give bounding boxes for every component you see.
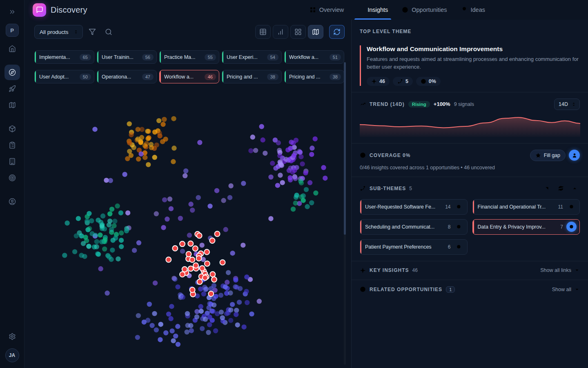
sidebar-item-discovery[interactable] (4, 65, 20, 80)
chip-color-bar (222, 70, 223, 83)
related-opportunities-label: RELATED OPPORTUNITIES (370, 287, 442, 292)
assign-agent-button[interactable] (569, 150, 580, 161)
chip-label: Pricing and ... (289, 74, 330, 80)
theme-chip[interactable]: Pricing and ...38 (284, 70, 344, 83)
subtheme-card[interactable]: Data Entry & Privacy Improv...7 (472, 219, 580, 235)
refresh-icon (333, 28, 341, 36)
zoom-in-icon[interactable] (566, 222, 577, 232)
subtheme-color-bar (473, 200, 474, 214)
target-icon (9, 174, 16, 182)
refresh-button[interactable] (329, 25, 345, 39)
sidebar-item-goals[interactable] (4, 170, 20, 186)
chevron-down-icon (574, 287, 580, 292)
theme-chip[interactable]: Pricing and ...38 (222, 70, 282, 83)
related-opportunities-count: 1 (446, 286, 455, 293)
clipboard-icon (9, 141, 16, 149)
zoom-in-icon[interactable] (454, 222, 464, 232)
zoom-in-icon[interactable] (454, 242, 464, 252)
view-chart-button[interactable] (273, 25, 288, 39)
theme-chip[interactable]: Workflow a...46 (159, 70, 219, 83)
chip-count: 65 (80, 54, 91, 61)
zoom-in-icon[interactable] (454, 202, 464, 212)
subtheme-card[interactable]: Scheduling and Communicat...8 (360, 219, 468, 235)
divider (352, 280, 588, 280)
bar-chart-icon (277, 28, 284, 36)
theme-chip-list: Implementa...65User Trainin...56Practice… (34, 50, 345, 83)
filter-icon (89, 28, 96, 36)
chip-color-bar (222, 51, 223, 63)
tab-insights[interactable]: Insights (357, 0, 389, 20)
scrollbar-thumb[interactable] (344, 62, 346, 235)
fill-gap-button[interactable]: Fill gap (530, 150, 566, 161)
sidebar-item-home[interactable] (4, 41, 20, 56)
sidebar-item-roadmap[interactable] (4, 97, 20, 113)
show-all-links-button[interactable]: Show all links (540, 267, 580, 273)
app-logo[interactable] (33, 3, 46, 17)
tab-overview[interactable]: Overview (309, 0, 345, 20)
chip-count: 51 (330, 54, 341, 61)
expand-subthemes-button[interactable] (541, 183, 552, 194)
theme-chip[interactable]: User Adopt...50 (34, 70, 94, 83)
chip-color-bar (160, 51, 161, 63)
chip-color-bar (285, 51, 286, 63)
subtheme-card[interactable]: Financial and Operational Tr...11 (472, 199, 580, 215)
chip-count: 46 (205, 74, 216, 80)
refresh-subthemes-button[interactable] (555, 183, 566, 194)
chip-count: 50 (80, 74, 91, 80)
top-nav: Overview Insights Opportunities Ideas (309, 0, 486, 20)
theme-description: Features and requests aimed at streamlin… (367, 56, 579, 71)
sidebar-expand-button[interactable] (4, 4, 20, 20)
check-circle-icon (421, 79, 426, 84)
view-grid-button[interactable] (290, 25, 306, 39)
subtheme-card[interactable]: Patient Payment Preferences6 (360, 239, 468, 255)
insight-count-badge: 46 (367, 77, 390, 86)
theme-chip[interactable]: User Experi...54 (222, 50, 282, 64)
show-all-opportunities-button[interactable]: Show all (552, 287, 580, 292)
sidebar-item-settings[interactable] (4, 329, 20, 344)
arrow-up-right-icon (544, 185, 550, 191)
sidebar-item-launch[interactable] (4, 81, 20, 96)
sidebar-item-products[interactable] (4, 121, 20, 137)
view-table-button[interactable] (255, 25, 271, 39)
refresh-icon (558, 185, 564, 191)
collapse-subthemes-button[interactable] (569, 183, 580, 194)
divider (352, 177, 588, 177)
workspace-avatar[interactable]: P (6, 24, 19, 37)
chip-count: 38 (267, 74, 278, 80)
sidebar-item-accounts[interactable] (4, 154, 20, 169)
key-insights-label: KEY INSIGHTS (370, 267, 409, 273)
theme-chip[interactable]: Operationa...47 (97, 70, 157, 83)
chip-color-bar (97, 70, 98, 83)
theme-chip[interactable]: User Trainin...56 (97, 50, 157, 64)
subtheme-color-bar (473, 220, 474, 234)
chip-label: User Experi... (227, 54, 267, 60)
subtheme-count: 11 (558, 204, 563, 210)
theme-chip[interactable]: Practice Ma...55 (159, 50, 219, 64)
filter-button[interactable] (85, 25, 99, 39)
cluster-map[interactable] (34, 92, 345, 360)
trend-change: +100% (434, 101, 450, 107)
subthemes-count: 5 (409, 186, 412, 191)
close-panel-button[interactable] (569, 26, 580, 37)
sparkle-icon (371, 79, 377, 84)
product-filter-select[interactable]: All products (34, 25, 83, 39)
subtheme-count: 6 (448, 244, 451, 250)
star-icon (535, 153, 541, 158)
sidebar-item-customers[interactable] (4, 194, 20, 209)
subtheme-card[interactable]: User-Requested Software Fe...14 (360, 199, 468, 215)
view-map-button[interactable] (308, 25, 323, 39)
theme-chip[interactable]: Workflow a...51 (284, 50, 344, 64)
subtheme-label: Data Entry & Privacy Improv... (478, 224, 558, 230)
theme-chip[interactable]: Implementa...65 (34, 50, 94, 64)
trend-range-select[interactable]: 14D (554, 99, 580, 110)
search-button[interactable] (102, 25, 116, 39)
rocket-icon (9, 85, 16, 92)
scrollbar[interactable] (344, 62, 346, 365)
tab-ideas[interactable]: Ideas (460, 0, 486, 20)
tab-opportunities[interactable]: Opportunities (401, 0, 448, 20)
branch-icon (397, 79, 403, 84)
zoom-in-icon[interactable] (566, 202, 577, 212)
chip-count: 47 (142, 74, 154, 80)
user-avatar[interactable]: JA (5, 348, 19, 362)
sidebar-item-tasks[interactable] (4, 137, 20, 153)
